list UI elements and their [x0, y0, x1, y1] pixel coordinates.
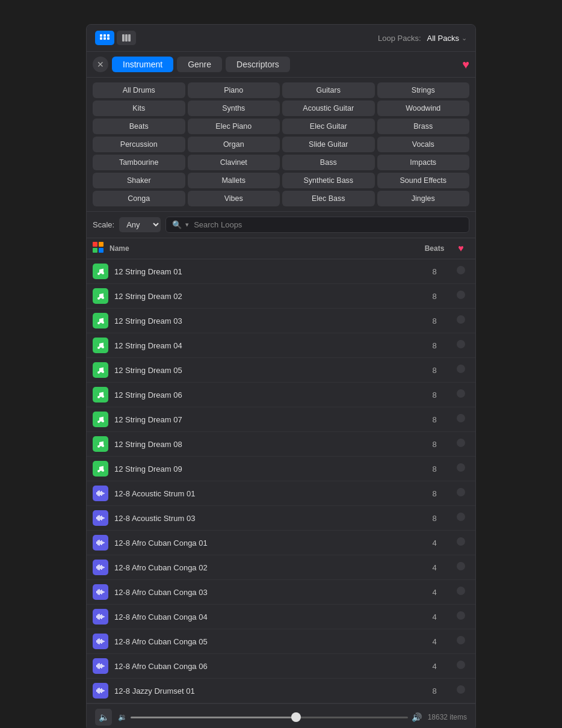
item-favorite[interactable]	[452, 315, 469, 326]
instrument-button[interactable]: Organ	[188, 137, 280, 152]
instrument-button[interactable]: Strings	[377, 82, 470, 98]
item-favorite[interactable]	[452, 439, 469, 449]
item-name: 12-8 Afro Cuban Conga 03	[114, 588, 416, 597]
item-favorite[interactable]	[452, 513, 469, 523]
item-favorite[interactable]	[452, 389, 469, 400]
instrument-button[interactable]: Shaker	[93, 173, 185, 188]
search-filter-icon[interactable]: ▾	[185, 221, 189, 229]
list-item[interactable]: 12 String Dream 048	[87, 333, 475, 358]
volume-low-icon: 🔉	[118, 713, 127, 721]
instrument-button[interactable]: Elec Piano	[188, 119, 280, 134]
scale-select[interactable]: Any Major Minor	[119, 217, 161, 232]
item-favorite[interactable]	[452, 266, 469, 277]
instrument-button[interactable]: Jingles	[377, 191, 470, 206]
list-view-button[interactable]	[95, 31, 114, 45]
instrument-button[interactable]: Piano	[188, 82, 280, 98]
item-beats: 8	[416, 489, 452, 498]
list-item[interactable]: 12-8 Afro Cuban Conga 024	[87, 555, 475, 580]
item-favorite[interactable]	[452, 340, 469, 351]
instrument-button[interactable]: Elec Bass	[282, 191, 375, 206]
instrument-button[interactable]: Synths	[188, 100, 280, 116]
svg-rect-90	[100, 689, 101, 693]
search-input[interactable]	[194, 220, 463, 229]
instrument-button[interactable]: Sound Effects	[377, 173, 470, 188]
instrument-button[interactable]: Clavinet	[188, 155, 280, 170]
svg-rect-50	[102, 541, 103, 544]
list-item[interactable]: 12-8 Afro Cuban Conga 034	[87, 580, 475, 605]
item-favorite[interactable]	[452, 414, 469, 425]
list-header-color-icon	[93, 242, 103, 255]
item-beats: 4	[416, 538, 452, 548]
item-favorite[interactable]	[452, 488, 469, 499]
instrument-button[interactable]: Conga	[93, 191, 185, 206]
instrument-button[interactable]: Kits	[93, 100, 185, 116]
column-view-button[interactable]	[117, 31, 136, 45]
descriptors-tab[interactable]: Descriptors	[226, 57, 290, 72]
genre-tab[interactable]: Genre	[177, 57, 222, 72]
instrument-button[interactable]: Tambourine	[93, 155, 185, 170]
svg-point-29	[97, 470, 100, 472]
instrument-button[interactable]: Synthetic Bass	[282, 173, 375, 188]
svg-point-18	[102, 321, 104, 324]
list-item[interactable]: 12 String Dream 018	[87, 259, 475, 284]
instrument-button[interactable]: Bass	[282, 155, 375, 170]
item-type-icon	[93, 412, 108, 427]
clear-filter-button[interactable]: ✕	[93, 57, 108, 72]
list-item[interactable]: 12 String Dream 058	[87, 358, 475, 383]
list-item[interactable]: 12 String Dream 078	[87, 407, 475, 432]
list-item[interactable]: 12 String Dream 068	[87, 383, 475, 407]
item-type-icon	[93, 510, 108, 526]
loop-packs-selector[interactable]: All Packs ⌄	[427, 34, 467, 43]
instrument-button[interactable]: Brass	[377, 119, 470, 134]
item-favorite[interactable]	[452, 685, 469, 696]
list-item[interactable]: 12-8 Afro Cuban Conga 054	[87, 629, 475, 654]
instrument-button[interactable]: Impacts	[377, 155, 470, 170]
svg-rect-40	[99, 515, 100, 521]
item-favorite[interactable]	[452, 587, 469, 597]
item-name: 12 String Dream 03	[114, 316, 416, 325]
item-favorite[interactable]	[452, 365, 469, 375]
speaker-button[interactable]: 🔈	[95, 709, 112, 726]
svg-rect-54	[99, 564, 100, 570]
favorites-filter-button[interactable]: ♥	[462, 58, 469, 72]
list-item[interactable]: 12 String Dream 038	[87, 309, 475, 333]
instrument-button[interactable]: Vibes	[188, 191, 280, 206]
item-favorite[interactable]	[452, 661, 469, 671]
instrument-tab[interactable]: Instrument	[112, 57, 173, 72]
item-favorite[interactable]	[452, 636, 469, 647]
svg-rect-52	[96, 566, 97, 569]
item-type-icon	[93, 584, 108, 600]
list-item[interactable]: 12 String Dream 028	[87, 284, 475, 309]
list-item[interactable]: 12 String Dream 098	[87, 457, 475, 481]
svg-point-17	[97, 322, 100, 324]
list-item[interactable]: 12-8 Afro Cuban Conga 044	[87, 605, 475, 629]
list-item[interactable]: 12-8 Acoustic Strum 018	[87, 481, 475, 506]
item-favorite[interactable]	[452, 611, 469, 622]
list-item[interactable]: 12-8 Jazzy Drumset 018	[87, 679, 475, 703]
instrument-button[interactable]: Vocals	[377, 137, 470, 152]
volume-slider[interactable]	[131, 717, 408, 718]
item-favorite[interactable]	[452, 537, 469, 548]
list-item[interactable]: 12-8 Afro Cuban Conga 064	[87, 654, 475, 679]
svg-rect-91	[101, 688, 102, 693]
instrument-button[interactable]: Woodwind	[377, 100, 470, 116]
item-favorite[interactable]	[452, 463, 469, 474]
item-name: 12 String Dream 06	[114, 390, 416, 399]
list-item[interactable]: 12-8 Afro Cuban Conga 014	[87, 531, 475, 555]
item-favorite[interactable]	[452, 291, 469, 301]
item-type-icon	[93, 683, 108, 699]
instrument-button[interactable]: Acoustic Guitar	[282, 100, 375, 116]
instrument-button[interactable]: Mallets	[188, 173, 280, 188]
instrument-button[interactable]: Slide Guitar	[282, 137, 375, 152]
item-favorite[interactable]	[452, 562, 469, 573]
instrument-button[interactable]: All Drums	[93, 82, 185, 98]
instrument-button[interactable]: Beats	[93, 119, 185, 134]
svg-point-15	[97, 297, 100, 300]
instrument-button[interactable]: Elec Guitar	[282, 119, 375, 134]
instrument-button[interactable]: Percussion	[93, 137, 185, 152]
svg-rect-4	[103, 37, 106, 40]
svg-rect-63	[101, 590, 102, 594]
list-item[interactable]: 12-8 Acoustic Strum 038	[87, 506, 475, 531]
instrument-button[interactable]: Guitars	[282, 82, 375, 98]
list-item[interactable]: 12 String Dream 088	[87, 432, 475, 457]
